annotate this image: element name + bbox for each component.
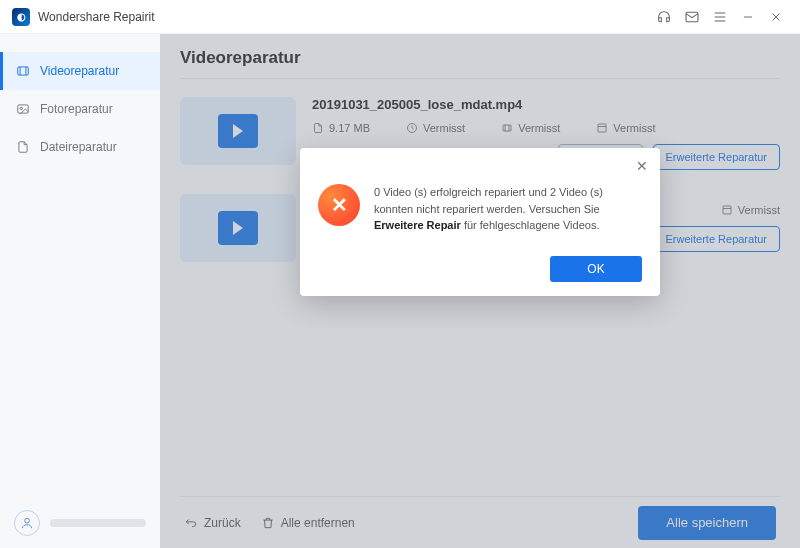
sidebar: Videoreparatur Fotoreparatur Dateirepara… (0, 34, 160, 548)
minimize-button[interactable] (736, 5, 760, 29)
svg-point-3 (20, 107, 22, 109)
main: Videoreparatur 20191031_205005_lose_mdat… (160, 34, 800, 548)
app-logo: ◐ (12, 8, 30, 26)
sidebar-item-file[interactable]: Dateireparatur (0, 128, 160, 166)
titlebar: ◐ Wondershare Repairit (0, 0, 800, 34)
modal-overlay: ✕ ✕ 0 Video (s) erfolgreich repariert un… (160, 34, 800, 548)
avatar[interactable] (14, 510, 40, 536)
close-button[interactable] (764, 5, 788, 29)
sidebar-item-photo[interactable]: Fotoreparatur (0, 90, 160, 128)
dialog-message: 0 Video (s) erfolgreich repariert und 2 … (374, 184, 642, 234)
menu-icon[interactable] (708, 5, 732, 29)
svg-point-4 (25, 518, 30, 523)
dialog-error-icon: ✕ (318, 184, 360, 226)
sidebar-item-label: Dateireparatur (40, 140, 117, 154)
photo-icon (16, 102, 30, 116)
sidebar-item-label: Videoreparatur (40, 64, 119, 78)
sidebar-item-label: Fotoreparatur (40, 102, 113, 116)
dialog-close-icon[interactable]: ✕ (636, 158, 648, 174)
film-icon (16, 64, 30, 78)
sidebar-item-video[interactable]: Videoreparatur (0, 52, 160, 90)
result-dialog: ✕ ✕ 0 Video (s) erfolgreich repariert un… (300, 148, 660, 296)
file-icon (16, 140, 30, 154)
app-title: Wondershare Repairit (38, 10, 155, 24)
svg-rect-1 (18, 67, 29, 75)
sidebar-footer (0, 498, 160, 548)
user-placeholder (50, 519, 146, 527)
svg-rect-0 (686, 12, 698, 21)
dialog-ok-button[interactable]: OK (550, 256, 642, 282)
mail-icon[interactable] (680, 5, 704, 29)
support-icon[interactable] (652, 5, 676, 29)
